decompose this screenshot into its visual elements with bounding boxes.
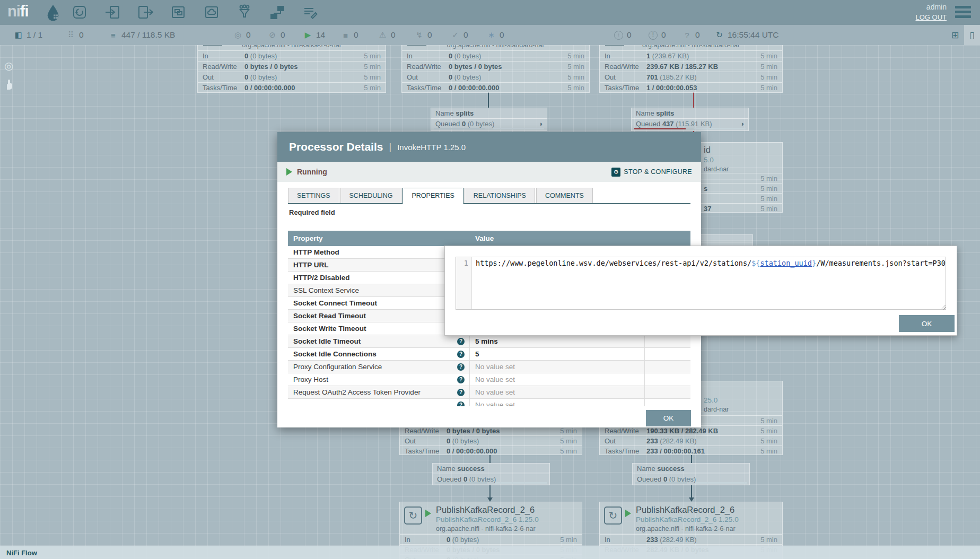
pan-hand-icon[interactable] xyxy=(3,76,15,93)
counters-icon: ⠿ xyxy=(66,30,75,40)
running-count: 14 xyxy=(316,30,325,40)
property-row-clipped[interactable]: ?No value set xyxy=(288,399,690,406)
help-icon[interactable]: ? xyxy=(457,376,465,383)
property-row-proxy-config-service[interactable]: Proxy Configuration Service?No value set xyxy=(288,361,690,373)
process-group-icon[interactable] xyxy=(170,4,186,20)
help-icon[interactable]: ? xyxy=(457,338,465,345)
birdseye-toggle-icon[interactable]: ⊞ xyxy=(948,25,962,45)
line-number-gutter: 1 xyxy=(456,257,472,309)
navigate-palette-icon[interactable]: ◎ xyxy=(4,59,13,72)
invalid-icon: ⚠ xyxy=(378,30,387,40)
help-icon[interactable]: ? xyxy=(457,351,465,358)
up-to-date-icon: ✓ xyxy=(451,30,460,40)
tab-relationships[interactable]: RELATIONSHIPS xyxy=(465,188,535,203)
disabled-icon: ↯ xyxy=(415,30,424,40)
queue-size-bar xyxy=(694,128,746,129)
processor-name: PublishKafkaRecord_2_6 xyxy=(436,505,535,515)
help-icon[interactable]: ? xyxy=(457,363,465,371)
value-editor-textarea[interactable]: 1 https://www.pegelonline.wsv.de/webserv… xyxy=(456,257,946,310)
connection-label-success-right[interactable]: Name success Queued 0 (0 bytes) xyxy=(632,463,750,485)
processor-icon[interactable] xyxy=(72,4,88,20)
remote-process-group-icon[interactable] xyxy=(204,4,220,20)
current-user: admin xyxy=(915,2,947,12)
processor-status-row: Running ⚙ STOP & CONFIGURE xyxy=(277,162,701,182)
connection-label-splits-437[interactable]: Name splits Queued 437 (115.91 KB)◑ xyxy=(631,108,749,131)
queue-size-bar xyxy=(495,482,547,484)
breadcrumb[interactable]: NiFi Flow xyxy=(0,546,980,559)
refresh-icon[interactable]: ↻ xyxy=(715,30,724,40)
processor-version-fragment: 25.0 xyxy=(704,396,718,404)
processor-type-icon: ↻ xyxy=(404,506,422,525)
processor-stats-standard-1[interactable]: org.apache.nifi - nifi-standard-nar In0 … xyxy=(401,39,590,93)
queue-percent-icon: ◑ xyxy=(740,120,744,127)
queue-count-bar xyxy=(635,482,687,484)
property-value-editor: 1 https://www.pegelonline.wsv.de/webserv… xyxy=(444,246,957,336)
global-menu-icon[interactable] xyxy=(955,6,971,19)
connection-arrow xyxy=(689,497,694,502)
logout-link[interactable]: LOG OUT xyxy=(915,12,947,22)
editor-ok-button[interactable]: OK xyxy=(899,315,955,332)
help-icon[interactable]: ? xyxy=(457,401,465,407)
queue-count-bar xyxy=(435,482,487,484)
processor-bundle-fragment: dard-nar xyxy=(704,165,729,173)
cluster-count: 1 / 1 xyxy=(27,30,42,40)
dialog-ok-button[interactable]: OK xyxy=(646,410,691,426)
queue-size-bar xyxy=(493,128,544,129)
property-row-socket-idle-timeout[interactable]: Socket Idle Timeout?5 mins xyxy=(288,335,690,348)
transmitting-icon: ◎ xyxy=(233,30,242,40)
processor-stats-standard-2[interactable]: org.apache.nifi - nifi-standard-nar In1 … xyxy=(599,39,783,93)
up-to-date-count: 0 xyxy=(463,30,468,40)
required-field-note: Required field xyxy=(289,208,335,216)
property-row-socket-idle-connections[interactable]: Socket Idle Connections?5 xyxy=(288,348,690,361)
property-column-header: Property xyxy=(288,234,470,242)
stopped-icon: ■ xyxy=(341,31,350,40)
processor-bundle: org.apache.nifi - nifi-kafka-2-6-nar xyxy=(436,525,536,532)
title-separator: | xyxy=(389,142,391,153)
transmitting-count: 0 xyxy=(246,30,251,40)
locally-modified-stale-count: 0 xyxy=(661,30,666,40)
connection-label-splits-0[interactable]: Name splits Queued 0 (0 bytes)◑ xyxy=(431,108,547,131)
expression-parameter: station_uuid xyxy=(760,259,812,267)
queue-count-bar xyxy=(434,128,485,129)
queue-percent-icon: ◑ xyxy=(538,120,542,127)
tab-properties[interactable]: PROPERTIES xyxy=(402,188,463,204)
value-column-header: Value xyxy=(470,234,690,242)
running-status-icon xyxy=(286,168,292,176)
breadcrumb-root[interactable]: NiFi Flow xyxy=(6,549,37,557)
help-icon[interactable]: ? xyxy=(457,389,465,396)
tab-comments[interactable]: COMMENTS xyxy=(536,188,593,203)
processor-bundle: org.apache.nifi - nifi-kafka-2-6-nar xyxy=(636,525,736,532)
processor-stats-kafka[interactable]: org.apache.nifi - nifi-kafka-2-6-nar In0… xyxy=(197,39,386,93)
dialog-subtitle: InvokeHTTP 1.25.0 xyxy=(397,143,466,152)
property-row-oauth2-provider[interactable]: Request OAuth2 Access Token Provider?No … xyxy=(288,386,690,399)
dialog-tabs: SETTINGS SCHEDULING PROPERTIES RELATIONS… xyxy=(288,188,690,204)
template-icon[interactable] xyxy=(269,4,285,20)
locally-modified-icon: ∗ xyxy=(487,30,496,40)
label-icon[interactable] xyxy=(302,4,318,20)
http-url-value[interactable]: https://www.pegelonline.wsv.de/webservic… xyxy=(472,257,946,309)
connection-label-success-left[interactable]: Name success Queued 0 (0 bytes) xyxy=(432,463,550,485)
status-bar: ◧1 / 1 ⠿0 ≡447 / 118.5 KB ◎0 ⊘0 ▶14 ■0 ⚠… xyxy=(0,25,980,45)
processor-bundle-fragment: dard-nar xyxy=(704,406,729,413)
tab-settings[interactable]: SETTINGS xyxy=(288,188,339,203)
stop-and-configure-button[interactable]: ⚙ STOP & CONFIGURE xyxy=(611,168,692,177)
funnel-icon[interactable] xyxy=(237,4,252,20)
output-port-icon[interactable] xyxy=(137,4,153,20)
input-port-icon[interactable] xyxy=(104,4,120,20)
locally-modified-stale-icon: ! xyxy=(649,31,658,40)
processor-version-fragment: 5.0 xyxy=(704,156,714,164)
sync-failure-count: 0 xyxy=(695,30,700,40)
not-transmitting-count: 0 xyxy=(281,30,285,40)
locally-modified-count: 0 xyxy=(500,30,504,40)
dialog-title: Processor Details xyxy=(289,141,383,153)
tab-scheduling[interactable]: SCHEDULING xyxy=(340,188,402,203)
stale-count: 0 xyxy=(627,30,632,40)
cluster-icon: ◧ xyxy=(14,30,23,40)
processor-name: PublishKafkaRecord_2_6 xyxy=(636,505,734,515)
flow-status-panel-icon[interactable]: ▯ xyxy=(964,25,980,45)
running-status-label: Running xyxy=(297,168,327,176)
property-row-proxy-host[interactable]: Proxy Host?No value set xyxy=(288,373,690,386)
app-header: nifi admin LOG OUT xyxy=(0,0,980,25)
invalid-count: 0 xyxy=(391,30,396,40)
resize-handle-icon[interactable] xyxy=(941,305,946,310)
